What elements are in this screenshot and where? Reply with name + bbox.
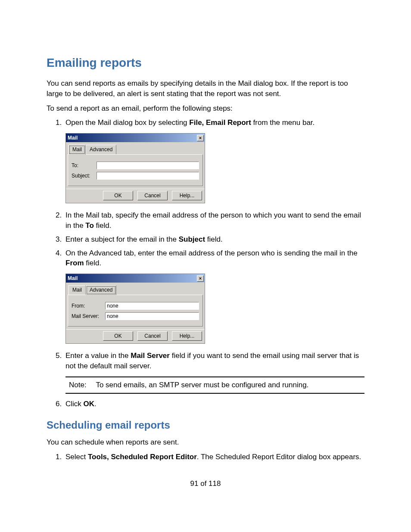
mail-dialog-mail-tab: Mail × Mail Advanced To: Subject: <box>65 133 205 203</box>
step-3: Enter a subject for the email in the Sub… <box>64 234 364 245</box>
scheduling-paragraph: You can schedule when reports are sent. <box>47 437 364 448</box>
to-label: To: <box>72 162 97 169</box>
step-2: In the Mail tab, specify the email addre… <box>64 210 364 231</box>
cancel-button[interactable]: Cancel <box>137 331 168 341</box>
mail-server-label: Mail Server: <box>72 313 105 320</box>
step-5: Enter a value in the Mail Server field i… <box>64 351 364 393</box>
close-button[interactable]: × <box>197 275 204 282</box>
subject-label: Subject: <box>72 172 97 180</box>
mail-server-input[interactable]: none <box>105 312 199 320</box>
note-label: Note: <box>69 380 94 390</box>
button-row: OK Cancel Help... <box>66 329 205 343</box>
step-1: Open the Mail dialog box by selecting Fi… <box>64 118 364 203</box>
dialog-title: Mail <box>68 275 78 282</box>
step-4: On the Advanced tab, enter the email add… <box>64 248 364 344</box>
heading-scheduling-email-reports: Scheduling email reports <box>47 419 364 431</box>
note-box: Note: To send emails, an SMTP server mus… <box>65 376 364 394</box>
mail-dialog-advanced-tab: Mail × Mail Advanced From: none Mail Ser… <box>65 274 205 344</box>
subject-input[interactable] <box>97 172 199 180</box>
heading-emailing-reports: Emailing reports <box>47 56 364 70</box>
tab-strip: Mail Advanced <box>66 283 205 295</box>
tab-mail[interactable]: Mail <box>68 145 86 155</box>
steps-list: Open the Mail dialog box by selecting Fi… <box>47 118 364 409</box>
help-button[interactable]: Help... <box>172 331 202 341</box>
from-label: From: <box>72 302 105 310</box>
tab-advanced[interactable]: Advanced <box>86 145 116 154</box>
ok-button[interactable]: OK <box>103 191 133 200</box>
note-text: To send emails, an SMTP server must be c… <box>96 381 308 389</box>
to-input[interactable] <box>97 162 199 169</box>
cancel-button[interactable]: Cancel <box>137 191 168 200</box>
close-button[interactable]: × <box>197 135 204 141</box>
button-row: OK Cancel Help... <box>66 189 205 203</box>
from-input[interactable]: none <box>105 302 199 310</box>
step-6: Click OK. <box>64 399 364 409</box>
scheduling-step-1: Select Tools, Scheduled Report Editor. T… <box>64 452 364 462</box>
page-number: 91 of 118 <box>47 479 364 488</box>
dialog-title: Mail <box>68 134 78 142</box>
dialog-titlebar: Mail × <box>66 274 205 283</box>
tab-panel: To: Subject: <box>68 154 203 186</box>
ok-button[interactable]: OK <box>103 331 133 341</box>
scheduling-steps-list: Select Tools, Scheduled Report Editor. T… <box>47 452 364 462</box>
tab-panel: From: none Mail Server: none <box>68 295 203 327</box>
intro-paragraph-2: To send a report as an email, perform th… <box>47 103 364 114</box>
close-icon: × <box>199 276 202 281</box>
close-icon: × <box>199 135 202 140</box>
tab-advanced[interactable]: Advanced <box>86 285 116 295</box>
dialog-titlebar: Mail × <box>66 134 205 142</box>
tab-mail[interactable]: Mail <box>68 285 86 295</box>
tab-strip: Mail Advanced <box>66 142 205 154</box>
help-button[interactable]: Help... <box>172 191 202 200</box>
intro-paragraph-1: You can send reports as emails by specif… <box>47 78 364 99</box>
